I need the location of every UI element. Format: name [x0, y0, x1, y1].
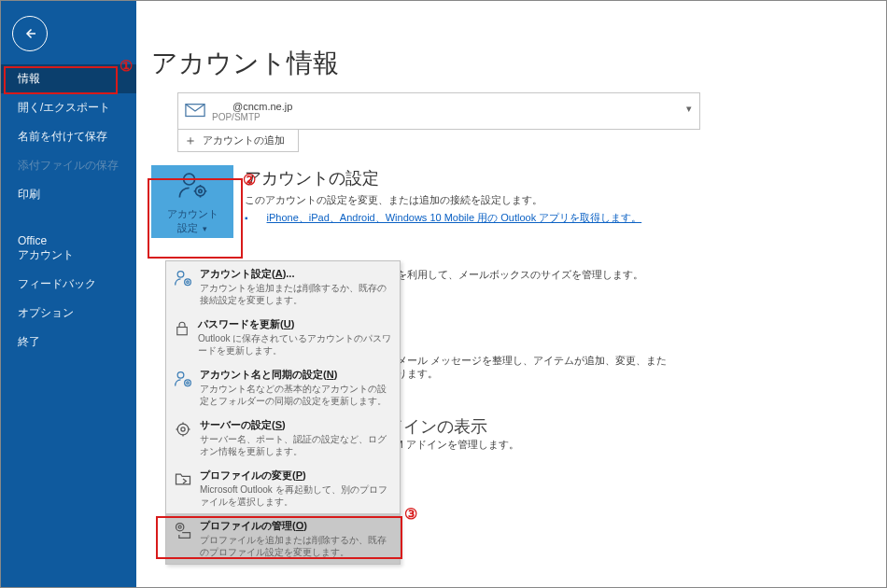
sidebar-item-label: 印刷 — [18, 188, 40, 201]
addins-text: OM アドインを管理します。 — [387, 438, 519, 452]
gear-icon — [174, 418, 192, 439]
folder-arrow-icon — [174, 469, 192, 487]
sidebar-item-open-export[interactable]: 開く/エクスポート — [1, 93, 136, 122]
back-button[interactable] — [12, 16, 48, 51]
mail-icon — [184, 100, 206, 122]
svg-point-17 — [181, 427, 185, 431]
backstage-sidebar: 情報 開く/エクスポート 名前を付けて保存 添付ファイルの保存 印刷 Offic… — [1, 1, 136, 587]
annotation-num-1: ① — [120, 57, 133, 75]
sidebar-item-label: 開く/エクスポート — [18, 101, 110, 114]
chevron-down-icon[interactable]: ▾ — [686, 103, 692, 115]
svg-point-11 — [187, 281, 190, 284]
sidebar-item-label: フィードバック — [18, 277, 96, 290]
page-title: アカウント情報 — [151, 46, 886, 81]
sidebar-item-info[interactable]: 情報 — [1, 64, 136, 93]
rules-text-1: 信メール メッセージを整理し、アイテムが追加、変更、また — [387, 354, 667, 368]
menu-item-desc: Outlook に保存されているアカウントのパスワードを更新します。 — [198, 332, 392, 357]
sidebar-item-save-attachments: 添付ファイルの保存 — [1, 151, 136, 180]
svg-point-16 — [177, 424, 189, 435]
add-account-label: アカウントの追加 — [203, 133, 285, 147]
arrow-left-icon — [21, 25, 38, 42]
settings-subtext: このアカウントの設定を変更、または追加の接続を設定します。 — [245, 193, 858, 207]
menu-item-title: プロファイルの管理(O) — [200, 519, 392, 533]
sidebar-item-feedback[interactable]: フィードバック — [1, 270, 136, 299]
svg-point-22 — [176, 524, 184, 531]
account-settings-section: アカウント 設定 ▾ アカウントの設定 このアカウントの設定を変更、または追加の… — [151, 165, 886, 238]
menu-item-desc: アカウントを追加または削除するか、既存の接続設定を変更します。 — [200, 282, 392, 306]
menu-item-desc: プロファイルを追加または削除するか、既存のプロファイル設定を変更します。 — [200, 534, 392, 558]
sidebar-item-label: 終了 — [18, 335, 40, 348]
svg-rect-12 — [177, 328, 188, 335]
menu-item-desc: Microsoft Outlook を再起動して、別のプロファイルを選択します。 — [200, 483, 392, 508]
menu-item-title: サーバーの設定(S) — [200, 418, 392, 432]
svg-point-23 — [178, 525, 181, 528]
svg-point-4 — [199, 189, 202, 192]
sidebar-item-label: 名前を付けて保存 — [18, 130, 107, 143]
sidebar-item-office-account[interactable]: Office アカウント — [1, 228, 136, 270]
menu-item-title: アカウント設定(A)... — [200, 267, 392, 281]
svg-point-14 — [185, 380, 191, 386]
user-gear-icon — [176, 169, 208, 203]
menu-item-manage-profiles[interactable]: プロファイルの管理(O)プロファイルを追加または削除するか、既存のプロファイル設… — [166, 513, 400, 564]
add-account-button[interactable]: ＋ アカウントの追加 — [177, 130, 299, 152]
annotation-num-2: ② — [243, 171, 256, 189]
tile-label: アカウント 設定 ▾ — [167, 207, 218, 235]
menu-item-account-settings[interactable]: アカウント設定(A)...アカウントを追加または削除するか、既存の接続設定を変更… — [166, 261, 400, 312]
mailbox-size-text: 理を利用して、メールボックスのサイズを管理します。 — [387, 268, 643, 282]
addins-heading: ドインの表示 — [387, 415, 487, 438]
account-type: POP/SMTP — [212, 112, 292, 122]
menu-item-change-profile[interactable]: プロファイルの変更(P)Microsoft Outlook を再起動して、別のプ… — [166, 463, 400, 513]
sidebar-item-label: 添付ファイルの保存 — [18, 159, 119, 172]
menu-item-desc: アカウント名などの基本的なアカウントの設定とフォルダーの同期の設定を更新します。 — [200, 383, 392, 407]
svg-point-10 — [185, 279, 191, 286]
sidebar-separator — [1, 209, 136, 228]
annotation-num-3: ③ — [404, 505, 417, 523]
menu-item-account-name-sync[interactable]: アカウント名と同期の設定(N)アカウント名などの基本的なアカウントの設定とフォル… — [166, 362, 400, 413]
user-gear-icon — [174, 267, 192, 287]
sidebar-item-label: オプション — [18, 306, 74, 319]
svg-point-3 — [195, 186, 204, 195]
menu-item-title: プロファイルの変更(P) — [200, 469, 392, 483]
account-settings-tile[interactable]: アカウント 設定 ▾ — [151, 165, 233, 238]
user-gear-icon — [174, 368, 192, 388]
account-selector[interactable]: @cncm.ne.jp POP/SMTP ▾ — [177, 92, 700, 130]
menu-item-desc: サーバー名、ポート、認証の設定など、ログオン情報を更新します。 — [200, 433, 392, 457]
plus-icon: ＋ — [184, 133, 197, 149]
svg-point-13 — [177, 372, 184, 379]
sidebar-item-options[interactable]: オプション — [1, 299, 136, 328]
account-settings-menu: アカウント設定(A)...アカウントを追加または削除するか、既存の接続設定を変更… — [165, 260, 401, 565]
menu-item-title: アカウント名と同期の設定(N) — [200, 368, 392, 382]
sidebar-item-save-as[interactable]: 名前を付けて保存 — [1, 122, 136, 151]
menu-item-server-settings[interactable]: サーバーの設定(S)サーバー名、ポート、認証の設定など、ログオン情報を更新します… — [166, 413, 400, 463]
svg-point-2 — [184, 174, 195, 185]
account-email: @cncm.ne.jp — [212, 101, 292, 112]
sidebar-item-exit[interactable]: 終了 — [1, 328, 136, 357]
svg-point-9 — [177, 272, 184, 278]
lock-icon — [174, 317, 190, 338]
gear-folder-icon — [174, 519, 192, 539]
menu-item-title: パスワードを更新(U) — [198, 317, 392, 331]
sidebar-item-print[interactable]: 印刷 — [1, 180, 136, 209]
sidebar-item-label: 情報 — [18, 72, 40, 85]
menu-item-update-password[interactable]: パスワードを更新(U)Outlook に保存されているアカウントのパスワードを更… — [166, 312, 400, 362]
svg-point-15 — [187, 382, 190, 385]
chevron-down-icon: ▾ — [200, 224, 207, 233]
settings-heading: アカウントの設定 — [245, 167, 858, 189]
get-outlook-app-link[interactable]: iPhone、iPad、Android、Windows 10 Mobile 用の… — [267, 212, 642, 223]
sidebar-item-label: Office アカウント — [18, 234, 74, 261]
